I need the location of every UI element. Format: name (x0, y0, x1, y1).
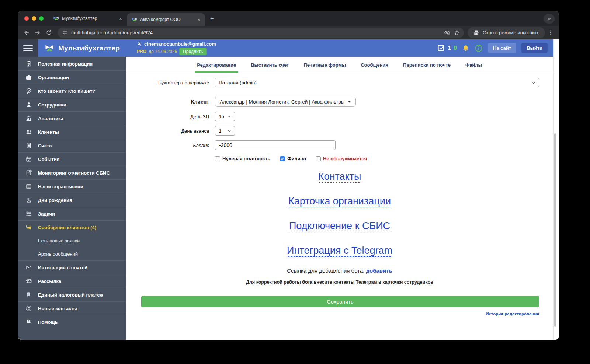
edit-history-link[interactable]: История редактирования (486, 312, 539, 316)
accountant-label: Бухгалтер по первичке (126, 80, 209, 85)
chevron-down-icon (228, 129, 231, 133)
save-button[interactable]: Сохранить (141, 296, 539, 307)
scrollbar-thumb[interactable] (554, 133, 556, 327)
tab-messages[interactable]: Сообщения (353, 57, 396, 73)
sbis-connection-link[interactable]: Подключение к СБИС (289, 220, 390, 232)
bookmark-button[interactable] (452, 28, 462, 38)
new-tab-button[interactable]: + (207, 14, 217, 24)
sidebar-item-clients[interactable]: Клиенты (18, 125, 126, 139)
favicon-butterfly-icon (131, 17, 137, 22)
cake-icon (25, 197, 32, 203)
sidebar-item-birthdays[interactable]: Дни рождения (18, 193, 126, 207)
tasks-counter[interactable]: 1 0 (437, 44, 457, 52)
user-icon (137, 41, 142, 46)
not-serviced-checkbox[interactable]: Не обслуживается (316, 156, 367, 161)
sidebar-item-mail-integration[interactable]: Интеграция с почтой (18, 260, 126, 274)
sidebar-item-who-calls[interactable]: ? Кто звонит? Кто пишет? (18, 84, 126, 98)
web-page: Мультибухгалтер cinemanoctambule@gmail.c… (18, 39, 559, 340)
client-multiselect[interactable]: Александр | Молния Логистик, Сергей | Ак… (215, 97, 356, 107)
incognito-label: Окно в режиме инкогнито (483, 30, 539, 35)
sidebar-item-organizations[interactable]: Организации (18, 70, 126, 84)
sidebar-subitem-new-requests[interactable]: Есть новые заявки (18, 234, 126, 247)
sidebar-item-single-tax-payment[interactable]: Единый налоговый платеж (18, 288, 126, 301)
eye-off-icon (444, 29, 450, 36)
sidebar-item-tasks[interactable]: Задачи (18, 207, 126, 220)
tab-print-forms[interactable]: Печатные формы (296, 57, 353, 73)
reload-button[interactable] (44, 28, 54, 38)
sidebar-item-directories[interactable]: Наши справочники (18, 179, 126, 193)
plan-until: до 14.06.2025 (149, 49, 177, 54)
sidebar-subitem-message-archive[interactable]: Архив сообщений (18, 247, 126, 260)
sidebar-item-help[interactable]: ? Помощь (18, 315, 126, 329)
question-bubble-icon: ? (25, 88, 32, 94)
address-bar[interactable]: multibuhgalter.ru/admin/orgs/edit/924 (58, 28, 464, 38)
minimize-window-button[interactable] (32, 16, 36, 21)
forward-button[interactable] (32, 28, 43, 38)
browser-tab-multibuhgalter[interactable]: Мультибухгалтер × (49, 11, 127, 26)
advance-day-select[interactable]: 1 (215, 126, 235, 136)
url-text: multibuhgalter.ru/admin/orgs/edit/924 (71, 30, 442, 35)
info-icon[interactable] (475, 44, 483, 52)
tab-search-button[interactable] (544, 14, 555, 24)
salary-day-select[interactable]: 15 (215, 112, 235, 121)
mail-send-icon (25, 278, 32, 284)
organization-card-link[interactable]: Карточка организации (288, 196, 391, 207)
star-icon (454, 29, 460, 36)
analytics-icon (25, 115, 32, 122)
tab-editing[interactable]: Редактирование (190, 57, 243, 73)
renew-plan-button[interactable]: Продлить (179, 48, 206, 55)
chevron-down-icon (531, 81, 535, 85)
chevron-down-icon (547, 17, 551, 21)
svg-text:?: ? (28, 320, 29, 322)
content-tabs: Редактирование Выставить счет Печатные ф… (126, 57, 553, 73)
logout-button[interactable]: Выйти (521, 43, 548, 53)
invoice-icon (25, 142, 32, 149)
briefcase-icon (25, 74, 32, 81)
tab-issue-invoice[interactable]: Выставить счет (243, 57, 296, 73)
sidebar-item-newsletter[interactable]: Рассылка (18, 274, 126, 288)
counter-secondary: 0 (454, 45, 457, 52)
person-icon (25, 101, 32, 108)
browser-menu-button[interactable]: ⋮ (546, 28, 555, 38)
coins-icon (25, 291, 32, 298)
back-button[interactable] (21, 28, 32, 38)
sidebar-item-client-messages[interactable]: Сообщения клиентов (4) (18, 220, 126, 234)
sidebar-item-new-contacts[interactable]: Новые контакты (18, 301, 126, 315)
svg-text:?: ? (28, 89, 30, 92)
close-tab-icon[interactable]: × (195, 16, 202, 23)
password-hidden-button[interactable] (442, 28, 452, 38)
butterfly-logo-icon (44, 44, 55, 53)
tab-files[interactable]: Файлы (458, 57, 490, 73)
browser-tab-akva-komfort[interactable]: Аква комфорт ООО × (127, 13, 205, 26)
accountant-select[interactable]: Наталия (admin) (215, 78, 539, 87)
sidebar-item-events[interactable]: События (18, 152, 126, 166)
app-brand-name: Мультибухгалтер (58, 44, 120, 52)
main-content: Редактирование Выставить счет Печатные ф… (126, 57, 553, 340)
balance-label: Баланс (126, 143, 209, 148)
arrow-left-icon (23, 29, 30, 36)
notifications-bell-icon[interactable] (462, 45, 469, 52)
contacts-link[interactable]: Контакты (318, 171, 361, 182)
page-scrollbar[interactable] (553, 39, 559, 340)
app-brand[interactable]: Мультибухгалтер (44, 44, 120, 53)
user-email: cinemanoctambule@gmail.com (144, 41, 216, 47)
telegram-integration-link[interactable]: Интеграция с Telegram (287, 245, 392, 256)
add-bot-link[interactable]: добавить (366, 267, 392, 274)
go-to-site-button[interactable]: На сайт (488, 43, 516, 53)
sidebar-item-sbis-monitoring[interactable]: Мониторинг отчетности СБИС (18, 166, 126, 179)
close-tab-icon[interactable]: × (117, 15, 124, 22)
checkbox-checked-icon (280, 156, 285, 161)
sidebar-item-employees[interactable]: Сотрудники (18, 98, 126, 111)
incognito-badge: Окно в режиме инкогнито (468, 27, 545, 38)
plan-badge: PRO (137, 49, 146, 54)
sidebar-item-invoices[interactable]: Счета (18, 139, 126, 152)
zero-reporting-checkbox[interactable]: Нулевая отчетность (215, 156, 270, 161)
maximize-window-button[interactable] (39, 16, 44, 21)
sidebar-item-useful-info[interactable]: Полезная информация (18, 57, 126, 70)
close-window-button[interactable] (24, 16, 29, 21)
balance-input[interactable] (215, 140, 336, 150)
branch-checkbox[interactable]: Филиал (280, 156, 306, 161)
sidebar-item-analytics[interactable]: Аналитика (18, 111, 126, 125)
tab-mail-correspondence[interactable]: Переписки по почте (396, 57, 458, 73)
sidebar-toggle-button[interactable] (18, 39, 38, 57)
